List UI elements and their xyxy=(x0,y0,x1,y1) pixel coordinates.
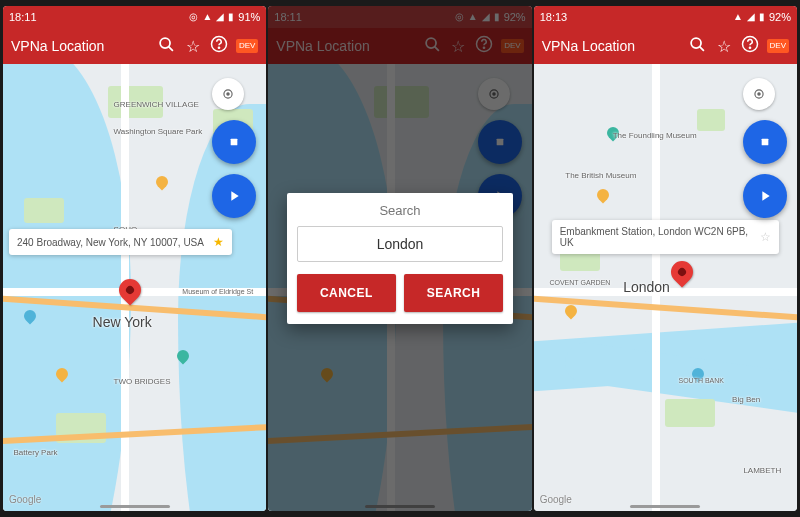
wifi-icon: ▲ xyxy=(202,12,212,22)
my-location-button[interactable] xyxy=(743,78,775,110)
svg-point-5 xyxy=(227,93,229,95)
status-time: 18:11 xyxy=(9,11,37,23)
battery-icon: ▮ xyxy=(228,12,234,22)
address-bubble[interactable]: 240 Broadway, New York, NY 10007, USA ★ xyxy=(9,229,232,255)
search-icon[interactable] xyxy=(154,36,180,57)
favorite-icon[interactable]: ☆ xyxy=(180,37,206,56)
location-icon: ◎ xyxy=(189,12,198,22)
my-location-button[interactable] xyxy=(212,78,244,110)
map-view[interactable]: The Foundling Museum The British Museum … xyxy=(534,64,797,511)
dev-badge[interactable]: DEV xyxy=(767,39,789,53)
help-icon[interactable] xyxy=(737,35,763,57)
cancel-button[interactable]: CANCEL xyxy=(297,274,396,312)
svg-rect-20 xyxy=(762,139,769,146)
map-label: Battery Park xyxy=(14,448,58,457)
city-label: London xyxy=(623,279,670,295)
signal-icon: ◢ xyxy=(747,12,755,22)
map-label: Museum of Eldridge St xyxy=(182,288,253,295)
svg-line-1 xyxy=(169,46,173,50)
svg-point-19 xyxy=(758,93,760,95)
app-title: VPNa Location xyxy=(11,38,154,54)
modal-overlay[interactable]: Search CANCEL SEARCH xyxy=(268,6,531,511)
map-label: LAMBETH xyxy=(743,466,781,475)
status-bar: 18:11 ◎ ▲ ◢ ▮ 91% xyxy=(3,6,266,28)
map-label: COVENT GARDEN xyxy=(549,279,610,286)
favorite-icon[interactable]: ☆ xyxy=(711,37,737,56)
search-button[interactable]: SEARCH xyxy=(404,274,503,312)
map-label: GREENWICH VILLAGE xyxy=(114,100,199,109)
nav-bar xyxy=(534,501,797,511)
wifi-icon: ▲ xyxy=(733,12,743,22)
stop-button[interactable] xyxy=(212,120,256,164)
address-text: Embankment Station, London WC2N 6PB, UK xyxy=(560,226,760,248)
svg-point-14 xyxy=(691,38,701,48)
status-battery: 92% xyxy=(769,11,791,23)
map-label: SOUTH BANK xyxy=(678,377,724,384)
svg-rect-6 xyxy=(231,139,238,146)
star-icon[interactable]: ★ xyxy=(213,235,224,249)
svg-line-15 xyxy=(700,46,704,50)
nav-bar xyxy=(3,501,266,511)
help-icon[interactable] xyxy=(206,35,232,57)
svg-point-0 xyxy=(161,38,171,48)
address-bubble[interactable]: Embankment Station, London WC2N 6PB, UK … xyxy=(552,220,779,254)
play-button[interactable] xyxy=(743,174,787,218)
app-title: VPNa Location xyxy=(542,38,685,54)
map-label: Washington Square Park xyxy=(114,127,203,136)
status-battery: 91% xyxy=(238,11,260,23)
status-time: 18:13 xyxy=(540,11,568,23)
status-bar: 18:13 ▲ ◢ ▮ 92% xyxy=(534,6,797,28)
search-input[interactable] xyxy=(297,226,503,262)
svg-point-3 xyxy=(218,47,219,48)
status-right: ◎ ▲ ◢ ▮ 91% xyxy=(189,11,260,23)
phone-screen-newyork: 18:11 ◎ ▲ ◢ ▮ 91% VPNa Location ☆ DEV xyxy=(3,6,266,511)
play-button[interactable] xyxy=(212,174,256,218)
map-label: The British Museum xyxy=(565,171,636,180)
app-bar: VPNa Location ☆ DEV xyxy=(3,28,266,64)
dev-badge[interactable]: DEV xyxy=(236,39,258,53)
map-label: The Foundling Museum xyxy=(613,131,697,140)
city-label: New York xyxy=(93,314,152,330)
battery-icon: ▮ xyxy=(759,12,765,22)
map-label: TWO BRIDGES xyxy=(114,377,171,386)
address-text: 240 Broadway, New York, NY 10007, USA xyxy=(17,237,204,248)
map-pin-icon[interactable] xyxy=(666,256,697,287)
star-icon[interactable]: ☆ xyxy=(760,230,771,244)
dialog-title: Search xyxy=(297,203,503,218)
map-label: Big Ben xyxy=(732,395,760,404)
stop-button[interactable] xyxy=(743,120,787,164)
phone-screen-london: 18:13 ▲ ◢ ▮ 92% VPNa Location ☆ DEV The xyxy=(534,6,797,511)
signal-icon: ◢ xyxy=(216,12,224,22)
svg-point-17 xyxy=(749,47,750,48)
search-icon[interactable] xyxy=(685,36,711,57)
search-dialog: Search CANCEL SEARCH xyxy=(287,193,513,324)
app-bar: VPNa Location ☆ DEV xyxy=(534,28,797,64)
map-view[interactable]: GREENWICH VILLAGE Washington Square Park… xyxy=(3,64,266,511)
phone-screen-dialog: 18:11 ◎ ▲ ◢ ▮ 92% VPNa Location ☆ DEV xyxy=(268,6,531,511)
